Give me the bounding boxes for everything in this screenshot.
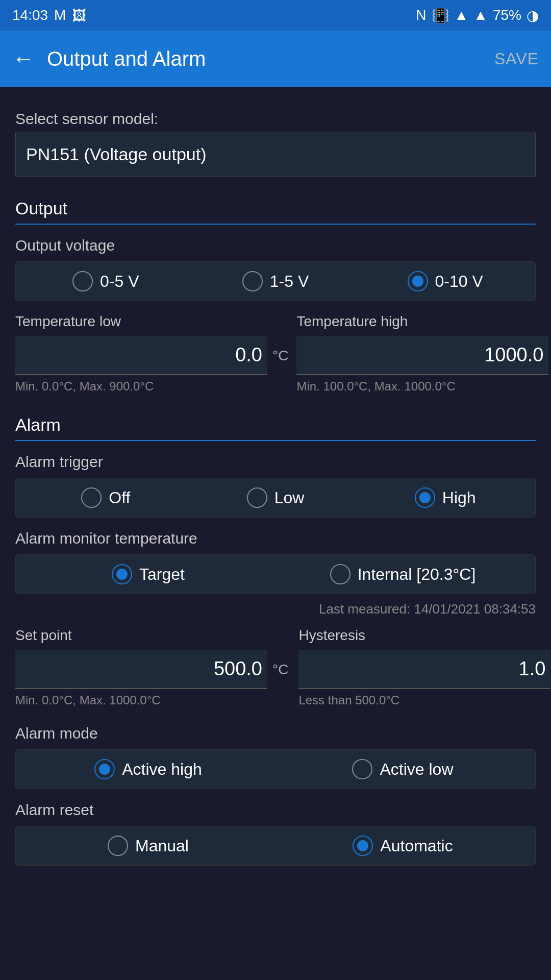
vibrate-icon: 📳 [432, 7, 449, 24]
alarm-reset-label: Alarm reset [15, 801, 536, 819]
voltage-option-0-5v[interactable]: 0-5 V [21, 271, 191, 291]
temp-high-field: Temperature high °C Min. 100.0°C, Max. 1… [296, 313, 551, 394]
page-title: Output and Alarm [47, 47, 482, 70]
setpoint-input[interactable] [15, 650, 267, 689]
trigger-option-high[interactable]: High [360, 487, 530, 508]
mode-option-active-high[interactable]: Active high [21, 759, 276, 779]
back-button[interactable]: ← [12, 46, 35, 71]
reset-radio-manual[interactable] [108, 836, 128, 856]
trigger-option-off[interactable]: Off [21, 487, 191, 508]
reset-radio-automatic[interactable] [353, 836, 373, 856]
last-measured-text: Last measured: 14/01/2021 08:34:53 [15, 601, 536, 617]
temp-high-hint: Min. 100.0°C, Max. 1000.0°C [296, 379, 551, 394]
trigger-radio-low[interactable] [247, 487, 267, 508]
mode-label-active-high: Active high [122, 760, 202, 779]
trigger-option-low[interactable]: Low [191, 487, 361, 508]
hysteresis-hint: Less than 500.0°C [298, 693, 551, 707]
app-bar: ← Output and Alarm SAVE [0, 31, 551, 87]
setpoint-label: Set point [15, 627, 288, 644]
monitor-radio-target[interactable] [112, 564, 132, 584]
alarm-mode-label: Alarm mode [15, 725, 536, 742]
temp-low-field: Temperature low °C Min. 0.0°C, Max. 900.… [15, 313, 288, 394]
status-bar: 14:03 M 🖼 N 📳 ▲ ▲ 75% ◑ [0, 0, 551, 31]
alarm-section-header: Alarm [15, 415, 536, 441]
trigger-radio-high[interactable] [415, 487, 435, 508]
setpoint-unit: °C [272, 662, 288, 678]
alarm-reset-radio-group: Manual Automatic [15, 826, 536, 866]
setpoint-input-row: °C [15, 650, 288, 689]
wifi-icon: ▲ [455, 7, 469, 23]
battery-label: 75% [493, 7, 521, 23]
monitor-radio-internal[interactable] [330, 564, 350, 584]
signal-icon: ▲ [473, 7, 488, 23]
voltage-label-1-5v: 1-5 V [270, 272, 309, 291]
temp-low-hint: Min. 0.0°C, Max. 900.0°C [15, 379, 288, 394]
setpoint-hint: Min. 0.0°C, Max. 1000.0°C [15, 693, 288, 707]
voltage-radio-1-5v[interactable] [242, 271, 263, 291]
voltage-label-0-10v: 0-10 V [435, 272, 483, 291]
save-button[interactable]: SAVE [494, 50, 539, 68]
temp-low-input[interactable] [15, 336, 267, 375]
mode-radio-active-low[interactable] [352, 759, 372, 779]
main-content: Select sensor model: PN151 (Voltage outp… [0, 87, 551, 909]
sensor-model-section: Select sensor model: PN151 (Voltage outp… [15, 105, 536, 193]
alarm-monitor-label: Alarm monitor temperature [15, 530, 536, 547]
setpoint-field: Set point °C Min. 0.0°C, Max. 1000.0°C [15, 627, 288, 707]
voltage-radio-0-10v[interactable] [408, 271, 428, 291]
voltage-label-0-5v: 0-5 V [100, 272, 139, 291]
trigger-label-high: High [442, 488, 476, 507]
temp-high-label: Temperature high [296, 313, 551, 330]
hysteresis-label: Hysteresis [298, 627, 551, 644]
time-display: 14:03 [12, 7, 48, 23]
trigger-label-low: Low [274, 488, 305, 507]
output-voltage-label: Output voltage [15, 237, 536, 254]
monitor-option-internal[interactable]: Internal [20.3°C] [276, 564, 530, 584]
reset-option-automatic[interactable]: Automatic [276, 836, 530, 856]
trigger-label-off: Off [109, 488, 130, 507]
temp-high-input[interactable] [296, 336, 548, 375]
temp-high-input-row: °C [296, 336, 551, 375]
alarm-monitor-radio-group: Target Internal [20.3°C] [15, 554, 536, 594]
hysteresis-input-row: °C [298, 650, 551, 689]
monitor-option-target[interactable]: Target [21, 564, 276, 584]
alarm-mode-radio-group: Active high Active low [15, 749, 536, 789]
mode-option-active-low[interactable]: Active low [276, 759, 530, 779]
gmail-icon: M [54, 7, 66, 23]
alarm-trigger-label: Alarm trigger [15, 453, 536, 471]
reset-option-manual[interactable]: Manual [21, 836, 276, 856]
temp-low-label: Temperature low [15, 313, 288, 330]
status-left: 14:03 M 🖼 [12, 7, 86, 24]
hysteresis-field: Hysteresis °C Less than 500.0°C [298, 627, 551, 707]
output-section-header: Output [15, 199, 536, 225]
sensor-model-label: Select sensor model: [15, 110, 536, 128]
nfc-icon: N [416, 7, 426, 23]
battery-icon: ◑ [527, 7, 539, 24]
monitor-label-target: Target [139, 565, 185, 584]
voltage-option-0-10v[interactable]: 0-10 V [360, 271, 530, 291]
temp-low-unit: °C [272, 348, 288, 364]
voltage-radio-0-5v[interactable] [72, 271, 93, 291]
trigger-radio-off[interactable] [81, 487, 102, 508]
voltage-radio-group: 0-5 V 1-5 V 0-10 V [15, 261, 536, 301]
sensor-model-dropdown[interactable]: PN151 (Voltage output) [15, 132, 536, 177]
setpoint-hysteresis-row: Set point °C Min. 0.0°C, Max. 1000.0°C H… [15, 627, 536, 707]
temp-low-input-row: °C [15, 336, 288, 375]
hysteresis-input[interactable] [298, 650, 550, 689]
mode-radio-active-high[interactable] [94, 759, 115, 779]
alarm-trigger-radio-group: Off Low High [15, 478, 536, 518]
status-right: N 📳 ▲ ▲ 75% ◑ [416, 7, 539, 24]
image-icon: 🖼 [72, 7, 86, 24]
monitor-label-internal: Internal [20.3°C] [358, 565, 476, 584]
reset-label-automatic: Automatic [380, 837, 453, 855]
reset-label-manual: Manual [135, 837, 189, 855]
mode-label-active-low: Active low [380, 760, 453, 779]
temperature-row: Temperature low °C Min. 0.0°C, Max. 900.… [15, 313, 536, 394]
voltage-option-1-5v[interactable]: 1-5 V [191, 271, 361, 291]
